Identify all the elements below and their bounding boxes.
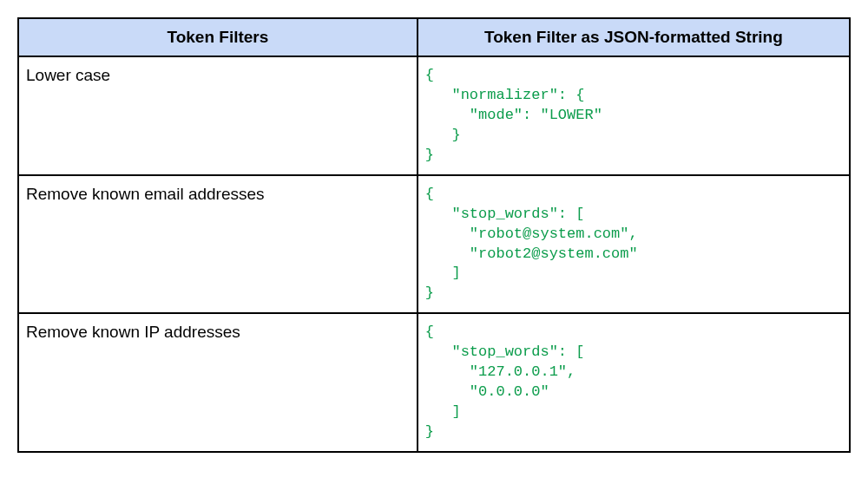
table-row: Lower case { "normalizer": { "mode": "LO… [18,56,850,175]
json-code-block: { "stop_words": [ "robot@system.com", "r… [425,185,842,304]
filter-json-cell: { "normalizer": { "mode": "LOWER" } } [418,56,850,175]
filter-name-cell: Remove known IP addresses [18,313,418,452]
table-row: Remove known IP addresses { "stop_words"… [18,313,850,452]
json-code-block: { "normalizer": { "mode": "LOWER" } } [425,66,842,166]
filter-name-cell: Lower case [18,56,418,175]
table-header-row: Token Filters Token Filter as JSON-forma… [18,18,850,56]
filter-json-cell: { "stop_words": [ "127.0.0.1", "0.0.0.0"… [418,313,850,452]
json-code-block: { "stop_words": [ "127.0.0.1", "0.0.0.0"… [425,323,842,442]
table-row: Remove known email addresses { "stop_wor… [18,175,850,314]
filter-json-cell: { "stop_words": [ "robot@system.com", "r… [418,175,850,314]
header-json-string: Token Filter as JSON-formatted String [418,18,850,56]
filter-name-cell: Remove known email addresses [18,175,418,314]
token-filters-table: Token Filters Token Filter as JSON-forma… [17,17,851,453]
header-token-filters: Token Filters [18,18,418,56]
